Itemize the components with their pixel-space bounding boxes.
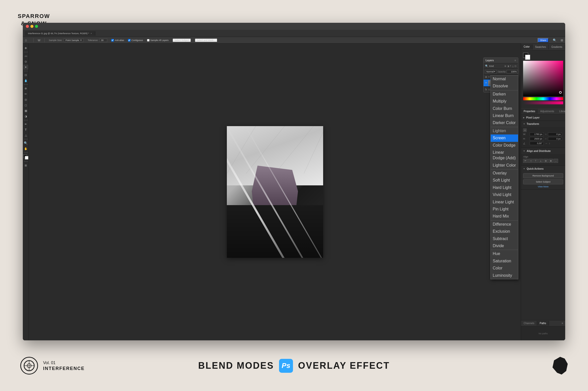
tolerance-input[interactable]	[100, 38, 107, 42]
transform-header[interactable]: ▼ Transform	[521, 121, 565, 127]
blend-color-dodge[interactable]: Color Dodge	[491, 142, 518, 149]
anti-alias-checkbox[interactable]	[111, 39, 114, 42]
blend-vivid-light[interactable]: Vivid Light	[491, 191, 518, 198]
dodge-tool[interactable]: ◑	[23, 114, 28, 119]
blend-darken[interactable]: Darken	[491, 91, 518, 98]
channels-tool[interactable]: ⊞	[23, 163, 28, 168]
lasso-tool[interactable]: ⊙	[23, 59, 28, 64]
tab-swatches[interactable]: Swatches	[532, 45, 549, 49]
bottom-panel-menu[interactable]: ≡	[560, 322, 565, 325]
view-more-link[interactable]: View More	[523, 185, 563, 188]
flip-horizontal-icon[interactable]: ↔	[545, 142, 547, 145]
maximize-button[interactable]	[35, 25, 38, 28]
lock-pixels-icon[interactable]: ✏	[488, 76, 490, 78]
close-button[interactable]	[26, 25, 29, 28]
clone-tool[interactable]: ◎	[23, 97, 28, 102]
magic-wand-tool[interactable]: ✦	[23, 65, 28, 70]
alpha-slider[interactable]	[523, 101, 563, 104]
blend-overlay[interactable]: Overlay	[491, 170, 518, 177]
background-swatch[interactable]	[525, 55, 530, 60]
blend-color-burn[interactable]: Color Burn	[491, 105, 518, 112]
blend-soft-light[interactable]: Soft Light	[491, 177, 518, 184]
gradient-tool[interactable]: ▦	[23, 108, 28, 113]
blend-hue[interactable]: Hue	[491, 250, 518, 257]
align-center-h[interactable]: ⊣	[528, 159, 533, 163]
blend-normal[interactable]: Normal	[491, 75, 518, 83]
x-input[interactable]	[548, 132, 562, 136]
shape-tool[interactable]: △	[23, 133, 28, 138]
search-icon[interactable]: 🔍	[553, 38, 557, 42]
blend-linear-light[interactable]: Linear Light	[491, 199, 518, 206]
align-left-edge[interactable]: ⊢	[523, 159, 528, 163]
blend-luminosity[interactable]: Luminosity	[491, 272, 518, 279]
blend-hard-mix[interactable]: Hard Mix	[491, 213, 518, 220]
blend-linear-burn[interactable]: Linear Burn	[491, 112, 518, 119]
align-center-v[interactable]: ⊟	[543, 159, 548, 163]
eyedropper-tool[interactable]: 💧	[23, 78, 28, 83]
eraser-tool[interactable]: ◻	[23, 103, 28, 108]
contiguous-checkbox[interactable]	[128, 39, 131, 42]
fg-bg-swatches[interactable]	[523, 53, 530, 60]
blend-subtract[interactable]: Subtract	[491, 235, 518, 242]
contiguous-checkbox-label[interactable]: Contiguous	[128, 39, 143, 42]
blend-darker-color[interactable]: Darker Color	[491, 119, 518, 126]
blend-linear-dodge[interactable]: Linear Dodge (Add)	[491, 149, 518, 162]
move-tool[interactable]: ✥	[23, 46, 28, 51]
minimize-button[interactable]	[30, 25, 33, 28]
lock-transparent-icon[interactable]: ⊠	[485, 76, 487, 78]
layer-visibility-icon[interactable]: 👁	[485, 82, 487, 84]
tab-color[interactable]: Color	[521, 44, 532, 50]
background-color[interactable]	[25, 156, 28, 160]
filter-shape-icon[interactable]: △	[512, 65, 514, 67]
color-picker-handle[interactable]	[559, 91, 562, 94]
blend-pin-light[interactable]: Pin Light	[491, 206, 518, 213]
properties-tab[interactable]: Properties	[521, 109, 538, 114]
align-top-edge[interactable]: ⊥	[538, 159, 543, 163]
opacity-input[interactable]: 100%	[507, 70, 518, 73]
adjustments-tab[interactable]: Adjustments	[538, 109, 557, 114]
home-icon[interactable]: ⌂	[25, 38, 29, 43]
sample-size-dropdown[interactable]: Point Sample ▼	[64, 38, 83, 42]
select-subject-toolbar-button[interactable]: Select Subject	[173, 38, 191, 42]
quick-actions-header[interactable]: ▼ Quick Actions	[521, 166, 565, 172]
align-header[interactable]: ▼ Align and Distribute	[521, 148, 565, 154]
add-mask-icon[interactable]: ⊙	[488, 88, 490, 91]
blend-lighten[interactable]: Lighten	[491, 127, 518, 134]
blend-hard-light[interactable]: Hard Light	[491, 184, 518, 191]
hand-tool[interactable]: ✋	[23, 146, 28, 151]
color-saturation-box[interactable]	[523, 61, 563, 96]
flip-vertical-icon[interactable]: ↕	[549, 142, 550, 145]
brush-tool[interactable]: ✏	[23, 91, 28, 96]
share-button[interactable]: Share	[538, 38, 549, 43]
angle-input[interactable]	[530, 142, 544, 145]
height-input[interactable]	[530, 137, 544, 141]
anti-alias-checkbox-label[interactable]: Anti-alias	[111, 39, 124, 42]
canvas-area[interactable]: Layers ≡ 🔍 Kind ⊕ ◑ T △ ⊡	[29, 44, 521, 340]
add-style-icon[interactable]: fx	[485, 88, 487, 91]
blend-divide[interactable]: Divide	[491, 242, 518, 249]
spot-heal-tool[interactable]: ⊕	[23, 86, 28, 91]
document-tab[interactable]: Interference-31.jpg @ 66,7% (Interferenc…	[25, 31, 95, 36]
distribute-more[interactable]: …	[554, 159, 558, 163]
type-tool[interactable]: T	[23, 127, 28, 132]
marquee-tool[interactable]: ▭	[23, 53, 28, 58]
sample-all-layers-checkbox-label[interactable]: Sample All Layers	[147, 39, 169, 42]
hue-slider[interactable]	[523, 97, 563, 100]
blend-multiply[interactable]: Multiply	[491, 98, 518, 105]
crop-tool[interactable]: ⊡	[23, 72, 28, 77]
blend-dissolve[interactable]: Dissolve	[491, 83, 518, 90]
paths-tab[interactable]: Paths	[537, 321, 549, 326]
blend-difference[interactable]: Difference	[491, 221, 518, 228]
pen-tool[interactable]: ✒	[23, 122, 28, 127]
tab-close-button[interactable]: ×	[91, 32, 92, 35]
filter-text-icon[interactable]: T	[510, 65, 511, 67]
magic-wand-icon[interactable]: W	[38, 39, 40, 42]
zoom-tool[interactable]: 🔍	[23, 141, 28, 146]
filter-smart-icon[interactable]: ⊡	[514, 65, 517, 67]
filter-adj-icon[interactable]: ◑	[507, 65, 509, 67]
transform-reference-icon[interactable]: ⊙	[523, 128, 527, 132]
tab-gradients[interactable]: Gradients	[549, 45, 565, 49]
select-subject-button[interactable]: Select Subject	[523, 179, 563, 184]
libraries-tab[interactable]: Libraries	[557, 109, 565, 114]
sample-all-layers-checkbox[interactable]	[147, 39, 150, 42]
